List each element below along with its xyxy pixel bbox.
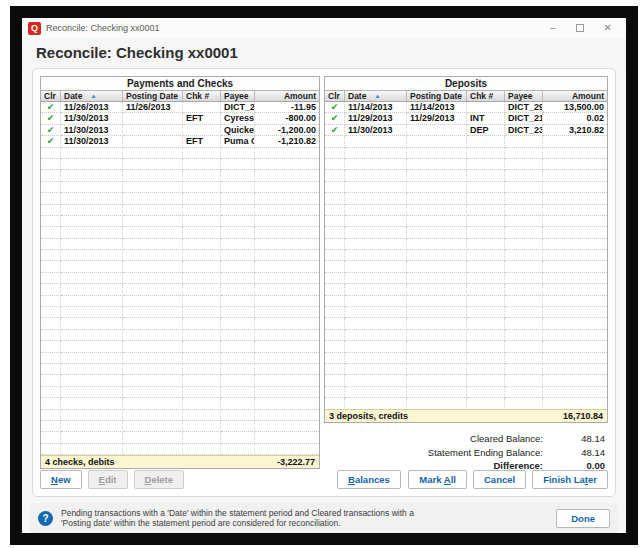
- empty-row: [325, 296, 607, 307]
- empty-row: [325, 159, 607, 170]
- col-posting-date[interactable]: Posting Date: [407, 91, 467, 101]
- balances-button[interactable]: Balances: [337, 470, 401, 489]
- cell-posting-date: 11/14/2013: [407, 102, 467, 113]
- col-payee[interactable]: Payee: [505, 91, 543, 101]
- empty-row: [41, 261, 319, 272]
- cell-payee: DICT_23619: [505, 125, 543, 136]
- cleared-check-icon[interactable]: ✔: [325, 102, 345, 113]
- cleared-check-icon[interactable]: ✔: [325, 113, 345, 124]
- cleared-check-icon[interactable]: ✔: [41, 102, 61, 113]
- cell-payee: Quicken Inc: [221, 125, 255, 136]
- table-row[interactable]: ✔ 11/29/2013 11/29/2013 INT DICT_21392 0…: [325, 113, 607, 124]
- col-date[interactable]: Date▲: [345, 91, 407, 101]
- cleared-balance-label: Cleared Balance:: [470, 432, 543, 446]
- cell-amount: -800.00: [255, 113, 319, 124]
- payments-table-title: Payments and Checks: [41, 77, 319, 90]
- empty-row: [41, 330, 319, 341]
- empty-row: [325, 330, 607, 341]
- table-row[interactable]: ✔ 11/30/2013 Quicken Inc -1,200.00: [41, 125, 319, 136]
- empty-row: [325, 398, 607, 409]
- cell-chk: EFT: [183, 136, 221, 147]
- empty-row: [41, 387, 319, 398]
- empty-row: [325, 136, 607, 147]
- empty-row: [41, 239, 319, 250]
- empty-row: [41, 444, 319, 455]
- statement-ending-balance-label: Statement Ending Balance:: [428, 446, 543, 460]
- empty-row: [325, 193, 607, 204]
- col-amount[interactable]: Amount: [255, 91, 319, 101]
- col-amount[interactable]: Amount: [543, 91, 607, 101]
- empty-row: [41, 227, 319, 238]
- reconcile-panel: Payments and Checks Clr Date▲ Posting Da…: [32, 68, 616, 497]
- col-chk[interactable]: Chk #: [467, 91, 505, 101]
- col-chk[interactable]: Chk #: [183, 91, 221, 101]
- deposits-summary-bar: 3 deposits, credits 16,710.84: [325, 409, 607, 422]
- cell-payee: DICT_29542: [505, 102, 543, 113]
- empty-row: [325, 239, 607, 250]
- mark-all-button[interactable]: Mark All: [408, 470, 467, 489]
- empty-row: [325, 318, 607, 329]
- table-row[interactable]: ✔ 11/30/2013 EFT Cyress Point Apts -800.…: [41, 113, 319, 124]
- cell-payee: Puma Construction: [221, 136, 255, 147]
- cleared-check-icon[interactable]: ✔: [41, 113, 61, 124]
- close-icon[interactable]: ✕: [604, 23, 612, 33]
- empty-row: [325, 205, 607, 216]
- table-row[interactable]: ✔ 11/14/2013 11/14/2013 DICT_29542 13,50…: [325, 102, 607, 113]
- deposits-summary-label: 3 deposits, credits: [329, 410, 408, 422]
- new-button[interactable]: New: [40, 470, 82, 489]
- cleared-check-icon[interactable]: ✔: [41, 136, 61, 147]
- empty-row: [41, 432, 319, 443]
- button-row: New Edit Delete Balances Mark All Cancel…: [40, 470, 608, 489]
- empty-row: [41, 421, 319, 432]
- cell-payee: Cyress Point Apts: [221, 113, 255, 124]
- empty-row: [325, 387, 607, 398]
- empty-row: [325, 284, 607, 295]
- cell-date: 11/30/2013: [61, 136, 123, 147]
- empty-row: [41, 205, 319, 216]
- empty-row: [41, 193, 319, 204]
- help-icon: ?: [38, 511, 53, 526]
- empty-row: [41, 273, 319, 284]
- cancel-button[interactable]: Cancel: [473, 470, 526, 489]
- col-posting-date[interactable]: Posting Date: [123, 91, 183, 101]
- table-row[interactable]: ✔ 11/30/2013 DEP DICT_23619 3,210.82: [325, 125, 607, 136]
- empty-row: [41, 250, 319, 261]
- table-row[interactable]: ✔ 11/26/2013 11/26/2013 DICT_29697 -11.9…: [41, 102, 319, 113]
- empty-row: [41, 296, 319, 307]
- cell-date: 11/30/2013: [61, 113, 123, 124]
- cleared-check-icon[interactable]: ✔: [325, 125, 345, 136]
- delete-button[interactable]: Delete: [134, 470, 185, 489]
- empty-row: [41, 364, 319, 375]
- edit-button[interactable]: Edit: [88, 470, 128, 489]
- empty-row: [41, 410, 319, 421]
- cell-posting-date: [123, 113, 183, 124]
- cell-amount: 0.02: [543, 113, 607, 124]
- deposits-table-body: ✔ 11/14/2013 11/14/2013 DICT_29542 13,50…: [325, 102, 607, 409]
- empty-row: [325, 307, 607, 318]
- cleared-balance-value: 48.14: [543, 432, 605, 446]
- col-payee[interactable]: Payee: [221, 91, 255, 101]
- col-date[interactable]: Date▲: [61, 91, 123, 101]
- maximize-icon[interactable]: [576, 24, 584, 32]
- table-row[interactable]: ✔ 11/30/2013 EFT Puma Construction -1,21…: [41, 136, 319, 147]
- done-button[interactable]: Done: [556, 509, 610, 528]
- empty-row: [325, 273, 607, 284]
- col-clr[interactable]: Clr: [41, 91, 61, 101]
- deposits-table-title: Deposits: [325, 77, 607, 90]
- empty-row: [41, 159, 319, 170]
- sort-asc-icon: ▲: [90, 93, 96, 99]
- cell-posting-date: [123, 125, 183, 136]
- payments-summary-amount: -3,222.77: [277, 456, 315, 468]
- empty-row: [41, 307, 319, 318]
- payments-table: Payments and Checks Clr Date▲ Posting Da…: [40, 76, 320, 469]
- cleared-check-icon[interactable]: ✔: [41, 125, 61, 136]
- empty-row: [325, 148, 607, 159]
- finish-later-button[interactable]: Finish Later: [532, 470, 608, 489]
- empty-row: [325, 364, 607, 375]
- payments-table-header: Clr Date▲ Posting Date Chk # Payee Amoun…: [41, 90, 319, 102]
- minimize-icon[interactable]: –: [550, 23, 556, 33]
- empty-row: [41, 353, 319, 364]
- cell-amount: -11.95: [255, 102, 319, 113]
- empty-row: [325, 341, 607, 352]
- col-clr[interactable]: Clr: [325, 91, 345, 101]
